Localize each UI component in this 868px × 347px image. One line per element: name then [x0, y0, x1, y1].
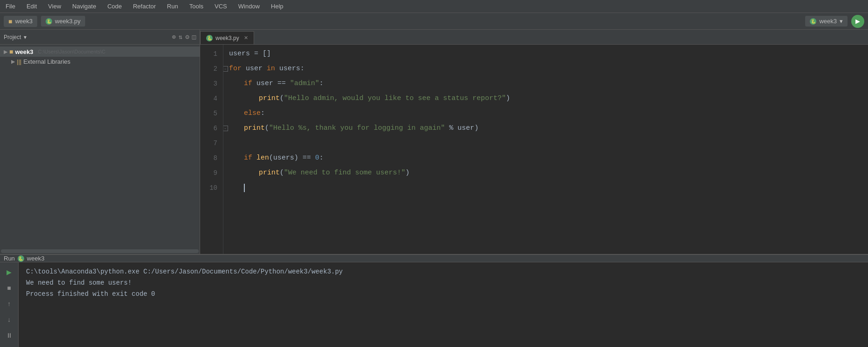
code-editor[interactable]: 1 2 3 4 5 6 7 8 9 10 users = [] - for u — [200, 45, 868, 254]
code-line-3: if user == "admin": — [229, 76, 862, 91]
run-tab-label: Run — [4, 255, 15, 262]
sidebar-chevron: ▾ — [24, 34, 27, 40]
file-tab[interactable]: 🐍 week3.py — [41, 16, 85, 27]
menu-code[interactable]: Code — [106, 2, 124, 11]
sidebar-sync-icon[interactable]: ⇅ — [179, 33, 182, 41]
run-panel-content: ▶ ■ ↑ ↓ ⏸ ↺ C:\tools\Anaconda3\python.ex… — [0, 262, 868, 347]
menu-bar: File Edit View Navigate Code Refactor Ru… — [0, 0, 868, 13]
run-tab-py-icon: 🐍 — [18, 255, 24, 262]
run-tab[interactable]: Run 🐍 week3 — [4, 255, 44, 262]
menu-run[interactable]: Run — [165, 2, 180, 11]
line-num-10: 10 — [200, 180, 217, 195]
fold-marker-2[interactable]: - — [223, 66, 228, 72]
file-name: week3.py — [55, 18, 81, 25]
menu-help[interactable]: Help — [269, 2, 285, 11]
tree-arrow-week3: ▶ — [4, 49, 7, 55]
fold-marker-6[interactable]: - — [223, 126, 228, 131]
bar-chart-icon: ||| — [17, 58, 21, 65]
menu-view[interactable]: View — [46, 2, 63, 11]
line-num-9: 9 — [200, 166, 217, 180]
menu-edit[interactable]: Edit — [25, 2, 39, 11]
line-num-2: 2 — [200, 61, 217, 76]
title-bar-left: ■ week3 🐍 week3.py — [4, 16, 85, 27]
text-cursor — [244, 184, 245, 192]
run-config-name: week3 — [819, 18, 837, 25]
tree-path-week3: C:\Users\Jason\Documents\C — [38, 49, 106, 54]
editor-area: 🐍 week3.py ✕ 1 2 3 4 5 6 7 8 9 10 — [200, 30, 868, 254]
sidebar-header: Project ▾ ⊕ ⇅ ⚙ ◫ — [0, 30, 200, 45]
menu-window[interactable]: Window — [236, 2, 262, 11]
code-line-8: if len(users) == 0: — [229, 151, 862, 166]
code-line-7 — [229, 136, 862, 151]
run-config-icon: 🐍 — [810, 18, 816, 25]
run-toolbar: ▶ ■ ↑ ↓ ⏸ ↺ — [0, 262, 19, 347]
project-tab[interactable]: ■ week3 — [4, 16, 37, 27]
sidebar-tree: ▶ ■ week3 C:\Users\Jason\Documents\C ▶ |… — [0, 45, 200, 248]
run-finished-text: Process finished with exit code 0 — [26, 290, 155, 298]
title-bar: ■ week3 🐍 week3.py 🐍 week3 ▾ — [0, 13, 868, 30]
run-stop-button[interactable]: ■ — [3, 282, 15, 294]
run-tab-project: week3 — [27, 255, 45, 262]
sidebar-add-icon[interactable]: ⊕ — [172, 33, 175, 41]
sidebar-gear-icon[interactable]: ⚙ — [185, 33, 189, 41]
line-num-3: 3 — [200, 76, 217, 91]
line-num-5: 5 — [200, 106, 217, 121]
code-line-9: print("We need to find some users!") — [229, 166, 862, 180]
sidebar-collapse-icon[interactable]: ◫ — [192, 33, 196, 41]
run-config-chevron: ▾ — [840, 18, 843, 25]
run-output: C:\tools\Anaconda3\python.exe C:/Users/J… — [19, 262, 868, 347]
line-numbers: 1 2 3 4 5 6 7 8 9 10 — [200, 45, 223, 254]
line-num-7: 7 — [200, 136, 217, 151]
run-pause-button[interactable]: ⏸ — [3, 329, 15, 341]
sidebar: Project ▾ ⊕ ⇅ ⚙ ◫ ▶ ■ week3 C:\Users\Jas… — [0, 30, 200, 254]
run-play-button[interactable]: ▶ — [3, 266, 15, 278]
menu-vcs[interactable]: VCS — [213, 2, 229, 11]
folder-icon-week3: ■ — [9, 48, 13, 55]
tab-py-icon: 🐍 — [206, 35, 213, 41]
tree-arrow-extlibs: ▶ — [11, 59, 15, 65]
run-output-text: We need to find some users! — [26, 277, 861, 288]
tab-close-button[interactable]: ✕ — [244, 35, 248, 41]
menu-refactor[interactable]: Refactor — [131, 2, 158, 11]
line-num-8: 8 — [200, 151, 217, 166]
tree-label-week3: week3 — [15, 48, 33, 55]
project-panel-label: Project — [4, 34, 21, 40]
editor-tabs: 🐍 week3.py ✕ — [200, 30, 868, 45]
run-tab-bar: Run 🐍 week3 — [0, 255, 868, 262]
sidebar-item-week3[interactable]: ▶ ■ week3 C:\Users\Jason\Documents\C — [0, 47, 200, 57]
code-line-10 — [229, 180, 862, 195]
run-rerun-button[interactable]: ↺ — [3, 345, 15, 347]
tree-label-extlibs: External Libraries — [23, 58, 70, 65]
sidebar-icons: ⊕ ⇅ ⚙ ◫ — [172, 33, 196, 41]
folder-icon: ■ — [8, 18, 12, 25]
line-num-4: 4 — [200, 91, 217, 106]
code-line-5: else: — [229, 106, 862, 121]
code-line-1: users = [] — [229, 47, 862, 61]
title-bar-right: 🐍 week3 ▾ — [805, 15, 864, 28]
horizontal-scrollbar[interactable] — [1, 249, 199, 253]
menu-file[interactable]: File — [4, 2, 17, 11]
main-area: Project ▾ ⊕ ⇅ ⚙ ◫ ▶ ■ week3 C:\Users\Jas… — [0, 30, 868, 254]
sidebar-title: Project ▾ — [4, 34, 27, 40]
tab-label: week3.py — [215, 35, 239, 41]
code-line-6: - print("Hello %s, thank you for logging… — [229, 121, 862, 136]
run-output-path: C:\tools\Anaconda3\python.exe C:/Users/J… — [26, 266, 861, 277]
menu-tools[interactable]: Tools — [188, 2, 205, 11]
editor-tab-week3py[interactable]: 🐍 week3.py ✕ — [200, 31, 254, 44]
bottom-panel: Run 🐍 week3 ▶ ■ ↑ ↓ ⏸ ↺ C:\tools\Anacond… — [0, 254, 868, 347]
code-content[interactable]: users = [] - for user in users: if user … — [223, 45, 868, 254]
python-icon: 🐍 — [46, 18, 52, 25]
line-num-1: 1 — [200, 47, 217, 61]
run-scroll-down-button[interactable]: ↓ — [3, 314, 15, 326]
code-line-2: - for user in users: — [229, 61, 862, 76]
menu-navigate[interactable]: Navigate — [70, 2, 98, 11]
code-line-4: print("Hello admin, would you like to se… — [229, 91, 862, 106]
sidebar-item-external-libraries[interactable]: ▶ ||| External Libraries — [0, 57, 200, 67]
line-num-6: 6 — [200, 121, 217, 136]
run-button[interactable] — [851, 15, 864, 28]
run-scroll-up-button[interactable]: ↑ — [3, 298, 15, 310]
project-name: week3 — [15, 18, 33, 25]
run-config[interactable]: 🐍 week3 ▾ — [805, 16, 848, 27]
